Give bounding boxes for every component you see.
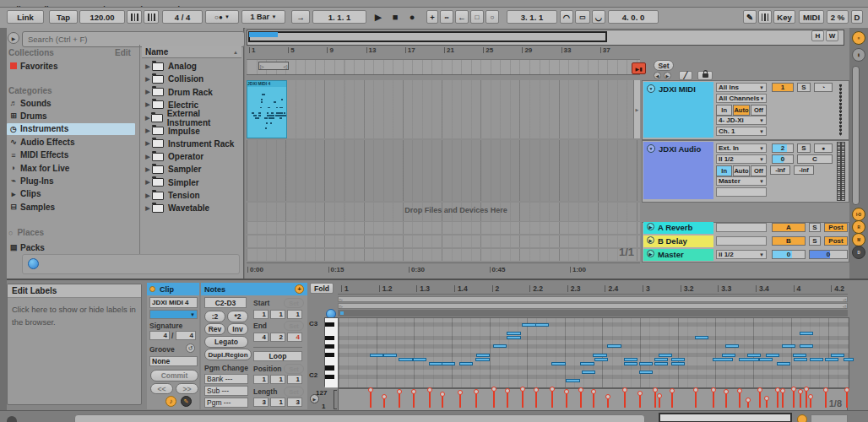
midi-note[interactable] [695, 336, 708, 339]
loop-start-field[interactable]: 3. 1. 1 [507, 10, 557, 24]
expand-icon[interactable]: ▶ [144, 115, 151, 122]
velocity-marker[interactable] [442, 395, 443, 408]
expand-icon[interactable]: ▶ [144, 76, 152, 83]
record-button[interactable]: ● [405, 10, 419, 24]
velocity-marker[interactable] [793, 390, 795, 408]
sidebar-item-midi-effects[interactable]: ≡MIDI Effects [7, 149, 135, 161]
midi-note[interactable] [800, 332, 813, 335]
midi-to-channel-select[interactable]: Ch. 1▼ [716, 127, 767, 136]
add-notes-lane-icon[interactable]: + [295, 284, 304, 294]
velocity-marker[interactable] [535, 391, 537, 408]
tempo-field[interactable]: 120.00 [79, 10, 125, 24]
velocity-marker[interactable] [475, 392, 477, 408]
sidebar-item-plug-ins[interactable]: ⌁Plug-Ins [7, 175, 135, 187]
track-activator-2[interactable]: 2 [772, 143, 794, 153]
velocity-marker[interactable] [493, 390, 495, 408]
browser-item-simpler[interactable]: ▶Simpler [144, 176, 241, 189]
length-beat[interactable]: 1 [270, 398, 285, 407]
clip-color-select[interactable]: ▼ [149, 310, 198, 319]
midi-note[interactable] [639, 371, 653, 374]
cue-out-select[interactable]: ii 1/2▼ [716, 250, 767, 259]
legato-button[interactable]: Legato [204, 336, 248, 348]
monitor-off-button[interactable]: Off [751, 165, 767, 176]
velocity-marker[interactable] [747, 401, 749, 408]
sidebar-item-sounds[interactable]: ♬Sounds [7, 97, 135, 109]
midi-map-button[interactable]: MIDI [799, 10, 824, 24]
velocity-marker[interactable] [566, 392, 567, 408]
arrangement-overview[interactable] [247, 30, 844, 46]
next-clip-button[interactable]: >> [176, 383, 198, 394]
midi-note[interactable] [793, 354, 806, 357]
master-lane[interactable] [247, 249, 640, 261]
notes-panel-header[interactable]: Notes+ [201, 283, 307, 295]
master-track-header[interactable]: ▶Master [643, 249, 713, 261]
midi-note[interactable] [671, 358, 685, 361]
set-locator-button[interactable]: Set [654, 60, 674, 71]
sidebar-item-favorites[interactable]: Favorites [7, 60, 135, 72]
midi-note[interactable] [759, 358, 773, 361]
groove-select[interactable]: None [149, 356, 198, 366]
note-grid[interactable] [338, 317, 849, 388]
loop-toggle-button[interactable]: Loop [253, 351, 302, 361]
velocity-marker[interactable] [713, 391, 714, 408]
track-fold-icon[interactable]: ▼ [647, 144, 655, 153]
audio-from-device-select[interactable]: Ext. In▼ [716, 143, 767, 153]
midi-note[interactable] [747, 354, 761, 357]
browser-item-external-instrument[interactable]: ▶External Instrument [144, 111, 241, 124]
midi-note[interactable] [594, 358, 608, 361]
position-bar[interactable]: 1 [253, 375, 269, 384]
midi-note[interactable] [507, 336, 520, 339]
track-header-jdxi-midi[interactable]: ▼JDXI MIDI [643, 82, 713, 138]
draw-mode-button[interactable]: ✎ [743, 10, 757, 24]
midi-note[interactable] [624, 358, 637, 361]
sidebar-item-instruments[interactable]: ◷Instruments [7, 123, 135, 135]
velocity-marker[interactable] [759, 391, 761, 408]
vertical-scrollbar[interactable] [852, 66, 860, 205]
velocity-marker[interactable] [593, 392, 594, 408]
punch-in-button[interactable]: ◠ [560, 10, 573, 24]
metronome-button[interactable]: ○● ▼ [205, 10, 239, 24]
envelope-tab-icon[interactable]: ✎ [181, 396, 192, 407]
velocity-marker[interactable] [782, 392, 784, 408]
velocity-lane-play-icon[interactable]: ▶ [310, 394, 319, 403]
expand-icon[interactable]: ▶ [144, 154, 152, 160]
loop-end-handle[interactable]: ◁ [843, 297, 846, 302]
velocity-marker[interactable] [800, 392, 801, 408]
midi-note[interactable] [535, 323, 549, 327]
midi-note[interactable] [782, 344, 795, 348]
loop-bar-lower[interactable]: ▷◁ [338, 303, 848, 309]
sidebar-item-samples[interactable]: ⊟Samples [7, 201, 135, 213]
sidebar-item-packs[interactable]: ▤Packs [7, 241, 135, 253]
nudge-down-button[interactable] [127, 10, 142, 24]
set-length-button[interactable]: Set [284, 387, 304, 397]
fixed-width-button[interactable]: W [826, 30, 838, 41]
midi-to-device-select[interactable]: 4- JD-Xi▼ [716, 116, 767, 125]
track-fold-icon[interactable]: ▼ [647, 84, 655, 93]
automation-mode-button[interactable]: ╱ [679, 71, 692, 80]
browser-item-drum-rack[interactable]: ▶Drum Rack [144, 86, 241, 99]
velocity-marker[interactable] [846, 391, 848, 408]
follow-button[interactable]: → [291, 10, 310, 24]
session-record-button[interactable]: □ [470, 10, 484, 24]
midi-arrangement-overdub-button[interactable]: + [426, 10, 438, 24]
loop-brace[interactable]: ▷◁ [258, 62, 289, 70]
audio-from-channel-select[interactable]: II 1/2▼ [716, 154, 767, 164]
position-beat[interactable]: 1 [270, 375, 285, 384]
position-sixteenth[interactable]: 1 [287, 375, 302, 384]
velocity-marker[interactable] [459, 393, 461, 408]
midi-note[interactable] [654, 362, 668, 365]
end-bar[interactable]: 4 [253, 333, 269, 342]
prev-clip-button[interactable]: << [150, 383, 173, 394]
return-a-solo[interactable]: S [809, 223, 821, 232]
midi-note[interactable] [413, 358, 426, 361]
monitor-auto-button[interactable]: Auto [733, 165, 749, 176]
return-a-routing[interactable] [716, 223, 767, 232]
loop-length-field[interactable]: 4. 0. 0 [608, 10, 659, 24]
signature-denominator[interactable]: 4 [176, 331, 196, 340]
collections-edit-button[interactable]: Edit [115, 48, 131, 57]
set-end-button[interactable]: Set [284, 321, 304, 331]
arm-button-2[interactable]: ● [814, 143, 833, 153]
loop-start-handle[interactable]: ▷ [339, 304, 343, 309]
double-time-button[interactable]: *2 [227, 311, 248, 322]
track-header-jdxi-audio[interactable]: ▼JDXI Audio [643, 142, 713, 199]
